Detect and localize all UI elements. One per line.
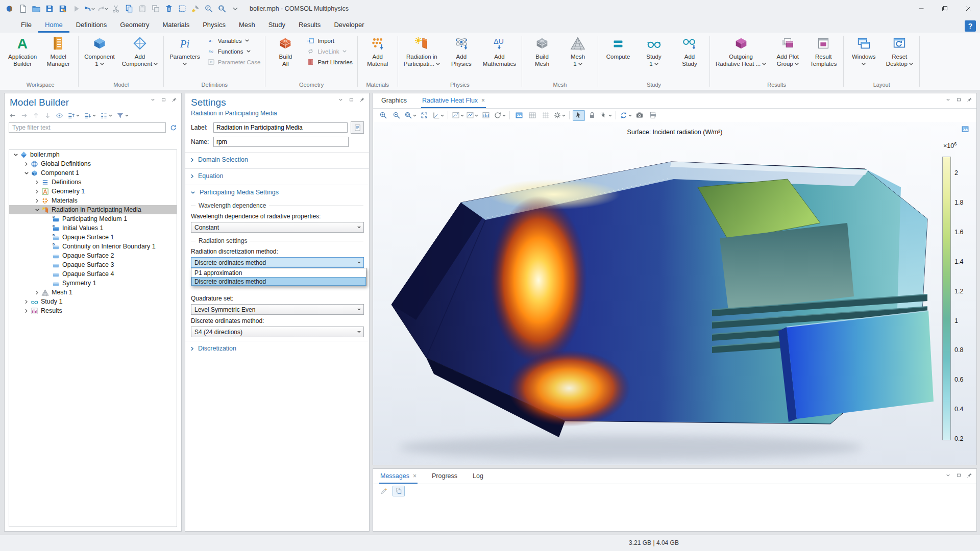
panel-collapse-button[interactable] [945, 472, 951, 478]
label-field[interactable] [213, 122, 348, 133]
copy-button[interactable] [122, 2, 135, 15]
tree-item-opaque-surface-1[interactable]: DOpaque Surface 1 [9, 233, 177, 242]
move-down-button[interactable] [44, 112, 52, 119]
ribbon-tab-home[interactable]: Home [38, 17, 69, 33]
ribbon-tab-mesh[interactable]: Mesh [232, 17, 262, 33]
select-mode-button[interactable] [573, 110, 585, 121]
graphics-view[interactable]: Surface: Incident radiation (W/m²) [373, 122, 976, 465]
clear-selection-button[interactable] [189, 2, 202, 15]
discrete-ordinates-select[interactable]: S4 (24 directions) [191, 327, 364, 337]
panel-pin-button[interactable] [359, 97, 365, 103]
outgoing-radiative-heat-button[interactable]: OutgoingRadiative Heat ... [713, 34, 769, 67]
panel-pin-button[interactable] [967, 472, 972, 478]
panel-float-button[interactable] [161, 97, 166, 103]
refresh-icon[interactable] [169, 124, 177, 132]
quadrature-set-select[interactable]: Level Symmetric Even [191, 304, 364, 315]
close-button[interactable] [957, 0, 980, 17]
compute-button[interactable]: Compute [601, 34, 635, 67]
expand-all-button[interactable] [84, 112, 96, 119]
radiation-discretization-select[interactable]: Discrete ordinates method [191, 257, 364, 268]
image-snapshot-button[interactable] [513, 110, 525, 121]
add-study-button[interactable]: AddStudy [672, 34, 707, 67]
graphics-tab-graphics[interactable]: Graphics [380, 93, 408, 108]
tree-item-materials[interactable]: Materials [9, 196, 177, 205]
ribbon-tab-file[interactable]: File [14, 17, 38, 33]
parameters-button[interactable]: PiParameters [166, 34, 203, 67]
close-tab-icon[interactable]: × [481, 97, 485, 104]
add-plot-group-button[interactable]: Add PlotGroup [770, 34, 805, 67]
ribbon-tab-definitions[interactable]: Definitions [69, 17, 114, 33]
windows-button[interactable]: Windows [846, 34, 881, 67]
plot-properties-icon[interactable] [961, 125, 969, 133]
model-manager-button[interactable]: ModelManager [41, 34, 76, 67]
zoom-out-button[interactable] [390, 110, 403, 121]
default-view-button[interactable] [431, 110, 445, 121]
ribbon-tab-results[interactable]: Results [292, 17, 327, 33]
maximize-button[interactable] [933, 0, 957, 17]
tree-item-initial-values-1[interactable]: DInitial Values 1 [9, 223, 177, 233]
refresh-plot-button[interactable] [493, 110, 506, 121]
lock-view-button[interactable] [586, 110, 598, 121]
expander-closed-icon[interactable] [34, 198, 40, 203]
add-mathematics-button[interactable]: ΔUAddMathematics [480, 34, 519, 67]
bottom-tab-log[interactable]: Log [472, 469, 484, 484]
add-material-button[interactable]: AddMaterial [360, 34, 395, 67]
tree-item-study-1[interactable]: Study 1 [9, 297, 177, 306]
close-tab-icon[interactable]: × [413, 472, 416, 480]
zoom-extents-button[interactable] [418, 110, 430, 121]
update-plot-button[interactable] [619, 110, 632, 121]
panel-pin-button[interactable] [967, 97, 972, 103]
build-all-button[interactable]: BuildAll [268, 34, 303, 67]
panel-collapse-button[interactable] [338, 97, 344, 103]
ribbon-tab-study[interactable]: Study [262, 17, 292, 33]
section-equation[interactable]: Equation [185, 168, 369, 181]
ribbon-tab-developer[interactable]: Developer [327, 17, 371, 33]
tree-item-participating-medium-1[interactable]: DParticipating Medium 1 [9, 214, 177, 223]
camera-snapshot-button[interactable] [633, 110, 646, 121]
nav-forward-button[interactable] [20, 112, 28, 119]
tree-item-opaque-surface-2[interactable]: Opaque Surface 2 [9, 251, 177, 260]
graphics-tab-radiative-heat-flux[interactable]: Radiative Heat Flux× [421, 93, 486, 108]
functions-button[interactable]: f(x)Functions [207, 47, 261, 55]
tree-item-results[interactable]: Results [9, 306, 177, 315]
new-file-button[interactable] [16, 2, 29, 15]
tree-item-symmetry-1[interactable]: Symmetry 1 [9, 279, 177, 288]
delete-button[interactable] [162, 2, 175, 15]
wavelength-dependence-select[interactable]: Constant [191, 222, 364, 233]
filter-input[interactable] [9, 122, 166, 133]
section-participating-media-settings[interactable]: Participating Media Settings [185, 185, 369, 197]
panel-float-button[interactable] [349, 97, 354, 103]
bottom-tab-progress[interactable]: Progress [431, 469, 458, 484]
move-up-button[interactable] [32, 112, 40, 119]
expander-closed-icon[interactable] [34, 290, 40, 295]
expander-closed-icon[interactable] [34, 189, 40, 194]
expander-closed-icon[interactable] [23, 162, 30, 166]
select-box-button[interactable] [176, 2, 188, 15]
part-libraries-button[interactable]: Part Libraries [307, 58, 352, 66]
reset-desktop-button[interactable]: ResetDesktop [882, 34, 917, 67]
expander-open-icon[interactable] [34, 209, 40, 211]
panel-pin-button[interactable] [172, 97, 177, 103]
expander-open-icon[interactable] [12, 154, 19, 156]
dropdown-option-discrete-ordinates-method[interactable]: Discrete ordinates method [191, 277, 366, 286]
variables-button[interactable]: a=Variables [207, 37, 261, 44]
comsol-logo-button[interactable] [3, 2, 16, 15]
open-file-button[interactable] [30, 2, 42, 15]
tree-item-opaque-surface-3[interactable]: Opaque Surface 3 [9, 260, 177, 269]
section-domain-selection[interactable]: Domain Selection [185, 152, 369, 165]
panel-float-button[interactable] [956, 472, 962, 478]
tree-item-component-1[interactable]: Component 1 [9, 168, 177, 178]
result-templates-button[interactable]: ResultTemplates [806, 34, 841, 67]
add-component-button[interactable]: AddComponent [119, 34, 161, 67]
tree-item-radiation-in-participating-media[interactable]: Radiation in Participating Media [9, 205, 177, 214]
tree-item-opaque-surface-4[interactable]: Opaque Surface 4 [9, 269, 177, 279]
zoom-box-q-button[interactable] [215, 2, 228, 15]
panel-collapse-button[interactable] [945, 97, 951, 103]
plot-next-button[interactable] [480, 110, 492, 121]
expander-closed-icon[interactable] [34, 180, 40, 185]
edit-label-button[interactable] [351, 121, 364, 134]
table-view-button[interactable] [526, 110, 538, 121]
copy-log-button[interactable] [393, 486, 405, 496]
hover-select-button[interactable] [599, 110, 612, 121]
name-field[interactable] [213, 137, 349, 147]
